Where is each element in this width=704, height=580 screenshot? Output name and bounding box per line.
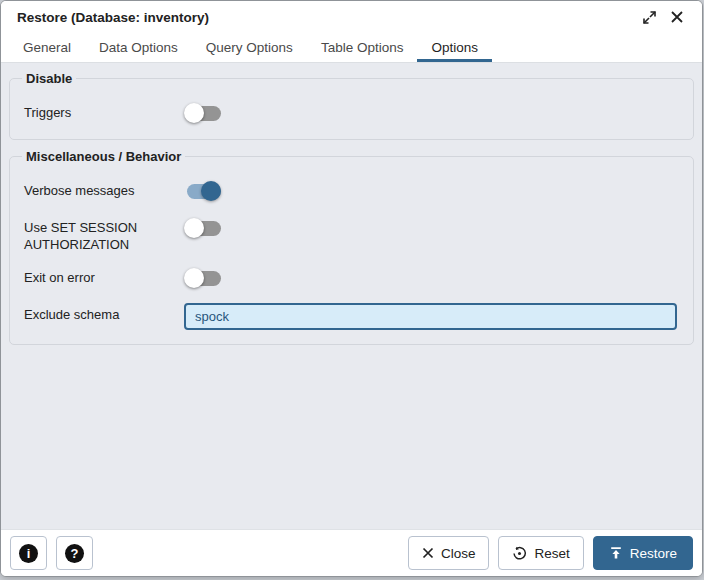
dialog-title: Restore (Database: inventory)	[17, 10, 209, 25]
exclude-schema-row: Exclude schema	[24, 303, 679, 330]
reset-icon	[512, 546, 527, 561]
footer-action-buttons: Close Reset Restore	[408, 536, 693, 570]
verbose-messages-row: Verbose messages	[24, 179, 679, 203]
help-button[interactable]: ?	[56, 536, 93, 570]
verbose-messages-label: Verbose messages	[24, 179, 184, 199]
tab-options[interactable]: Options	[417, 33, 492, 62]
verbose-messages-toggle[interactable]	[184, 180, 224, 202]
close-icon-svg	[671, 11, 683, 23]
expand-icon[interactable]	[638, 6, 660, 28]
set-session-auth-control	[184, 216, 679, 240]
misc-behavior-section-legend: Miscellaneous / Behavior	[22, 149, 185, 164]
dialog-titlebar: Restore (Database: inventory)	[1, 1, 702, 33]
set-session-auth-row: Use SET SESSION AUTHORIZATION	[24, 216, 679, 253]
set-session-auth-label: Use SET SESSION AUTHORIZATION	[24, 216, 184, 253]
restore-button-label: Restore	[630, 546, 677, 561]
dialog-tabbar: General Data Options Query Options Table…	[1, 33, 702, 63]
toggle-thumb	[184, 103, 204, 123]
exit-on-error-label: Exit on error	[24, 266, 184, 286]
exclude-schema-input[interactable]	[184, 303, 677, 330]
exit-on-error-control	[184, 266, 679, 290]
toggle-thumb	[184, 218, 204, 238]
close-button[interactable]: Close	[408, 536, 490, 570]
exclude-schema-control	[184, 303, 679, 330]
toggle-thumb	[184, 268, 204, 288]
set-session-auth-toggle[interactable]	[184, 217, 224, 239]
disable-section: Disable Triggers	[9, 71, 694, 140]
tab-data-options[interactable]: Data Options	[85, 33, 192, 62]
options-panel: Disable Triggers Miscellaneous / Behavio…	[1, 63, 702, 529]
dialog-footer: i ? Close Reset	[1, 529, 702, 576]
triggers-control	[184, 101, 679, 125]
close-icon[interactable]	[666, 6, 688, 28]
tab-table-options[interactable]: Table Options	[307, 33, 418, 62]
exclude-schema-label: Exclude schema	[24, 303, 184, 323]
triggers-label: Triggers	[24, 101, 184, 121]
reset-button-label: Reset	[534, 546, 569, 561]
triggers-toggle[interactable]	[184, 102, 224, 124]
reset-button[interactable]: Reset	[498, 536, 583, 570]
disable-section-legend: Disable	[22, 71, 76, 86]
restore-dialog: Restore (Database: inventory) General Da…	[0, 0, 703, 577]
triggers-row: Triggers	[24, 101, 679, 125]
restore-button[interactable]: Restore	[593, 536, 693, 570]
exit-on-error-toggle[interactable]	[184, 267, 224, 289]
info-button[interactable]: i	[10, 536, 47, 570]
close-x-icon	[422, 547, 434, 559]
help-icon: ?	[65, 544, 84, 563]
verbose-messages-control	[184, 179, 679, 203]
exit-on-error-row: Exit on error	[24, 266, 679, 290]
info-icon: i	[19, 544, 38, 563]
misc-behavior-section: Miscellaneous / Behavior Verbose message…	[9, 149, 694, 345]
restore-upload-icon	[609, 546, 623, 560]
tab-general[interactable]: General	[9, 33, 85, 62]
toggle-thumb	[201, 181, 221, 201]
expand-icon-svg	[643, 11, 656, 24]
tab-query-options[interactable]: Query Options	[192, 33, 307, 62]
close-button-label: Close	[441, 546, 476, 561]
